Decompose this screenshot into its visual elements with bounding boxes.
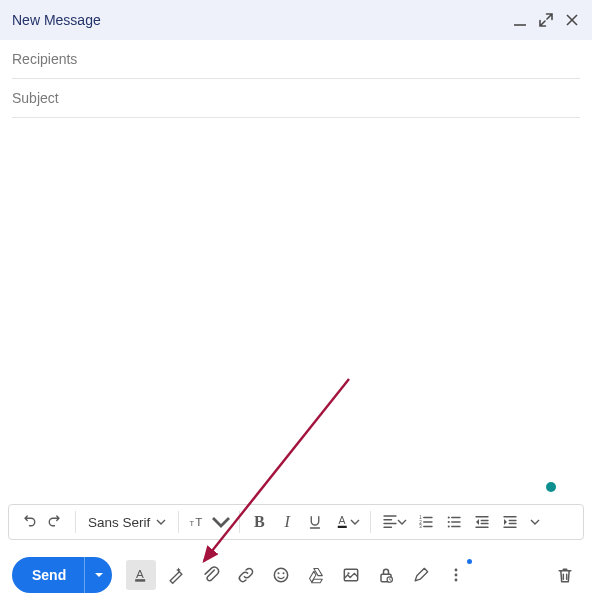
ordered-list-button[interactable]: 123 [413,509,439,535]
underline-button[interactable] [302,509,328,535]
svg-text:A: A [136,567,144,580]
undo-icon [19,513,37,531]
titlebar: New Message [0,0,592,40]
recipients-input[interactable] [12,40,580,78]
svg-text:T: T [190,519,195,528]
subject-input[interactable] [12,79,580,117]
ai-assist-button[interactable] [161,560,191,590]
drive-icon [306,565,326,585]
insert-drive-button[interactable] [301,560,331,590]
insert-photo-button[interactable] [336,560,366,590]
text-size-icon: T T [187,512,207,532]
redo-button[interactable] [43,509,69,535]
svg-point-12 [448,525,450,527]
chevron-down-icon [350,517,360,527]
chevron-down-icon [530,517,540,527]
link-icon [236,565,256,585]
pen-icon [411,565,431,585]
paperclip-icon [201,565,221,585]
bold-icon: B [254,513,265,531]
separator [239,511,240,533]
trash-icon [555,565,575,585]
svg-rect-6 [338,526,347,528]
svg-point-11 [448,521,450,523]
italic-icon: I [285,513,290,531]
indent-more-button[interactable] [497,509,523,535]
minimize-button[interactable] [512,12,528,28]
svg-point-17 [283,572,285,574]
indent-less-button[interactable] [469,509,495,535]
svg-point-10 [448,516,450,518]
fullscreen-button[interactable] [538,12,554,28]
lock-clock-icon [376,565,396,585]
recipients-row [12,40,580,79]
text-color-button[interactable]: A [330,509,364,535]
separator [370,511,371,533]
more-vertical-icon [446,565,466,585]
redo-icon [47,513,65,531]
chevron-down-icon [156,517,166,527]
close-button[interactable] [564,12,580,28]
svg-rect-14 [135,579,145,582]
attach-file-button[interactable] [196,560,226,590]
send-button[interactable]: Send [12,557,84,593]
svg-point-22 [455,569,458,572]
formatting-options-button[interactable]: A [126,560,156,590]
svg-point-16 [278,572,280,574]
formatting-toolbar: Sans Serif T T B I A [8,504,584,540]
compose-tool-icons: A [126,560,471,590]
svg-text:T: T [196,515,203,528]
svg-point-23 [455,574,458,577]
font-family-label: Sans Serif [88,515,150,530]
presence-dot-icon [546,482,556,492]
font-family-select[interactable]: Sans Serif [82,509,172,535]
separator [75,511,76,533]
close-icon [565,13,579,27]
message-body[interactable] [0,118,592,504]
chevron-down-icon [211,512,231,532]
svg-point-24 [455,579,458,582]
chevron-down-icon [397,517,407,527]
indent-less-icon [473,513,491,531]
subject-row [12,79,580,118]
bulleted-list-button[interactable] [441,509,467,535]
notification-dot-icon [467,559,472,564]
indent-more-icon [501,513,519,531]
chevron-down-icon [94,570,104,580]
insert-link-button[interactable] [231,560,261,590]
insert-emoji-button[interactable] [266,560,296,590]
svg-point-19 [348,572,350,574]
svg-text:A: A [339,514,346,526]
svg-point-15 [275,568,288,581]
send-button-group: Send [12,557,112,593]
font-size-select[interactable]: T T [185,512,233,532]
send-options-button[interactable] [84,557,112,593]
underline-icon [306,513,324,531]
image-icon [341,565,361,585]
align-button[interactable] [377,509,411,535]
window-title: New Message [12,12,101,28]
undo-button[interactable] [15,509,41,535]
insert-signature-button[interactable] [406,560,436,590]
bold-button[interactable]: B [246,509,272,535]
text-format-icon: A [131,565,151,585]
compose-window: New Message [0,0,592,610]
ordered-list-icon: 123 [417,513,435,531]
more-options-button[interactable] [441,560,471,590]
separator [178,511,179,533]
magic-pen-icon [166,565,186,585]
discard-draft-button[interactable] [550,560,580,590]
more-formatting-button[interactable] [525,509,545,535]
bottom-toolbar: Send A [0,540,592,610]
bulleted-list-icon [445,513,463,531]
emoji-icon [271,565,291,585]
header-fields [0,40,592,118]
confidential-mode-button[interactable] [371,560,401,590]
titlebar-controls [512,12,580,28]
minimize-icon [513,13,527,27]
svg-text:3: 3 [420,524,423,529]
italic-button[interactable]: I [274,509,300,535]
expand-icon [539,13,553,27]
